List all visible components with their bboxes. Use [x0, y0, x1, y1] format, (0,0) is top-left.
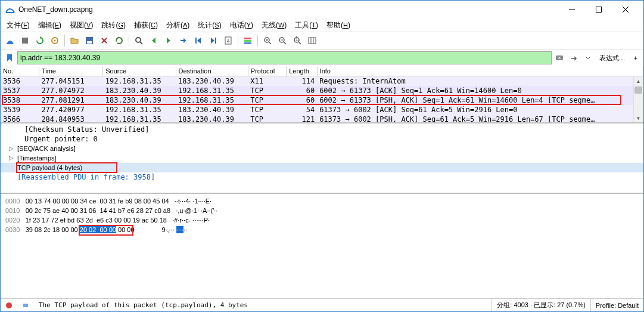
menu-f[interactable]: 文件(F): [3, 19, 33, 32]
clear-filter-icon[interactable]: [553, 51, 566, 64]
wireshark-icon: [5, 5, 15, 14]
cell-src: 192.168.31.35: [103, 76, 176, 87]
svg-rect-18: [244, 42, 251, 44]
column-header-time[interactable]: Time: [39, 66, 102, 76]
hex-row[interactable]: 0000 00 13 74 00 00 00 34 ce 00 31 fe b9…: [5, 196, 639, 206]
tree-tcp-payload[interactable]: TCP payload (4 bytes): [1, 163, 643, 172]
status-error-icon[interactable]: [1, 299, 17, 311]
svg-line-20: [269, 42, 271, 44]
scroll-down-icon[interactable]: ▼: [633, 114, 643, 122]
chevron-right-icon[interactable]: ▷: [9, 145, 14, 152]
packet-list-scrollbar[interactable]: ▲ ▼: [633, 77, 643, 122]
column-header-protocol[interactable]: Protocol: [248, 66, 286, 76]
status-hint: The TCP payload of this packet (tcp.payl…: [34, 299, 492, 311]
status-bar: The TCP payload of this packet (tcp.payl…: [1, 298, 643, 311]
column-header-length[interactable]: Length: [287, 66, 318, 76]
cell-info: 61373 → 6002 [PSH, ACK] Seq=61 Ack=5 Win…: [317, 115, 643, 123]
apply-filter-icon[interactable]: [567, 51, 580, 64]
cell-info: 61373 → 6002 [ACK] Seq=61 Ack=5 Win=2916…: [317, 105, 643, 115]
toolbar-separator: [129, 35, 129, 47]
expression-button[interactable]: 表达式…: [596, 54, 629, 63]
scroll-thumb[interactable]: [634, 87, 642, 94]
hex-row[interactable]: 0030 39 08 2c 18 00 00 20 02 00 00 00 00…: [5, 225, 639, 234]
menu-g[interactable]: 跳转(G): [98, 19, 129, 32]
resize-columns-icon[interactable]: [305, 33, 319, 48]
fin-icon[interactable]: [3, 33, 17, 48]
status-profile[interactable]: Profile: Default: [591, 299, 643, 311]
menu-t[interactable]: 工具(T): [291, 19, 322, 32]
svg-rect-37: [23, 304, 28, 307]
menu-h[interactable]: 帮助(H): [323, 19, 354, 32]
open-file-icon[interactable]: [67, 33, 82, 48]
column-header-no[interactable]: No.: [1, 66, 39, 76]
cell-no: 3537: [1, 86, 39, 95]
zoom-out-icon[interactable]: [275, 33, 290, 48]
filter-bookmark-icon[interactable]: [3, 51, 16, 64]
column-header-source[interactable]: Source: [103, 66, 176, 76]
goto-packet-icon[interactable]: [176, 33, 191, 48]
svg-text:1: 1: [295, 36, 298, 42]
packet-row[interactable]: 3566284.840953192.168.31.35183.230.40.39…: [1, 115, 643, 123]
tree-checksum-status[interactable]: [Checksum Status: Unverified]: [1, 125, 643, 134]
close-file-icon[interactable]: [97, 33, 111, 48]
cell-proto: TCP: [248, 86, 286, 95]
packet-row[interactable]: 3539277.420977192.168.31.35183.230.40.39…: [1, 105, 643, 115]
packet-row[interactable]: 3537277.074972183.230.40.39192.168.31.35…: [1, 86, 643, 95]
svg-line-24: [284, 42, 286, 44]
tree-urgent-pointer[interactable]: Urgent pointer: 0: [1, 134, 643, 144]
go-forward-icon[interactable]: [161, 33, 176, 48]
cell-time: 277.420977: [39, 105, 102, 115]
window-close[interactable]: [612, 1, 639, 18]
menu-v[interactable]: 视图(V): [66, 19, 97, 32]
zoom-in-icon[interactable]: [260, 33, 275, 48]
scroll-up-icon[interactable]: ▲: [633, 77, 643, 85]
menu-c[interactable]: 捕获(C): [130, 19, 161, 32]
packet-row[interactable]: 3536277.045151192.168.31.35183.230.40.39…: [1, 76, 643, 87]
zoom-100-icon[interactable]: 1: [290, 33, 304, 48]
capture-options-icon[interactable]: [48, 33, 62, 48]
add-filter-button[interactable]: +: [630, 54, 641, 61]
reload-file-icon[interactable]: [112, 33, 126, 48]
cell-dst: 183.230.40.39: [176, 76, 248, 87]
svg-rect-4: [22, 38, 28, 44]
column-header-info[interactable]: Info: [317, 66, 643, 76]
restart-capture-icon[interactable]: [33, 33, 47, 48]
hex-ascii-selection: ····: [176, 226, 183, 233]
go-back-icon[interactable]: [147, 33, 161, 48]
stop-capture-icon[interactable]: [18, 33, 32, 48]
goto-last-icon[interactable]: [206, 33, 220, 48]
cell-len: 121: [287, 115, 318, 123]
tree-timestamps[interactable]: ▷[Timestamps]: [1, 153, 643, 163]
menu-e[interactable]: 编辑(E): [35, 19, 65, 32]
window-minimize[interactable]: [558, 1, 585, 18]
display-filter-input[interactable]: [17, 51, 552, 64]
menu-y[interactable]: 电话(Y): [226, 19, 257, 32]
menu-w[interactable]: 无线(W): [258, 19, 290, 32]
main-menubar: 文件(F)编辑(E)视图(V)跳转(G)捕获(C)分析(A)统计(S)电话(Y)…: [1, 18, 643, 32]
hex-row[interactable]: 0010 00 2c 75 ae 40 00 31 06 14 41 b7 e6…: [5, 206, 639, 215]
highlight-rectangle: [79, 225, 133, 236]
window-maximize[interactable]: [585, 1, 612, 18]
status-expert-icon[interactable]: [17, 299, 34, 311]
tree-seqack-label: [SEQ/ACK analysis]: [17, 145, 76, 152]
colorize-icon[interactable]: [241, 33, 255, 48]
packet-details-pane: [Checksum Status: Unverified] Urgent poi…: [1, 123, 643, 194]
find-packet-icon[interactable]: [132, 33, 146, 48]
menu-s[interactable]: 统计(S): [194, 19, 225, 32]
cell-no: 3536: [1, 76, 39, 87]
svg-rect-8: [87, 41, 92, 44]
tree-seqack[interactable]: ▷[SEQ/ACK analysis]: [1, 144, 643, 153]
recent-filter-dropdown-icon[interactable]: [581, 51, 595, 64]
svg-rect-17: [244, 40, 251, 42]
menu-a[interactable]: 分析(A): [163, 19, 193, 32]
chevron-right-icon[interactable]: ▷: [9, 155, 14, 161]
tree-reassembled-pdu[interactable]: [Reassembled PDU in frame: 3958]: [1, 172, 643, 182]
hex-row[interactable]: 0020 1f 23 17 72 ef bd 63 2d e6 c3 00 00…: [5, 215, 639, 225]
cell-proto: X11: [248, 76, 286, 87]
goto-first-icon[interactable]: [191, 33, 206, 48]
toolbar-separator: [257, 35, 258, 47]
autoscroll-icon[interactable]: [221, 33, 235, 48]
save-file-icon[interactable]: [82, 33, 97, 48]
column-header-destination[interactable]: Destination: [176, 66, 248, 76]
cell-src: 183.230.40.39: [103, 86, 176, 95]
